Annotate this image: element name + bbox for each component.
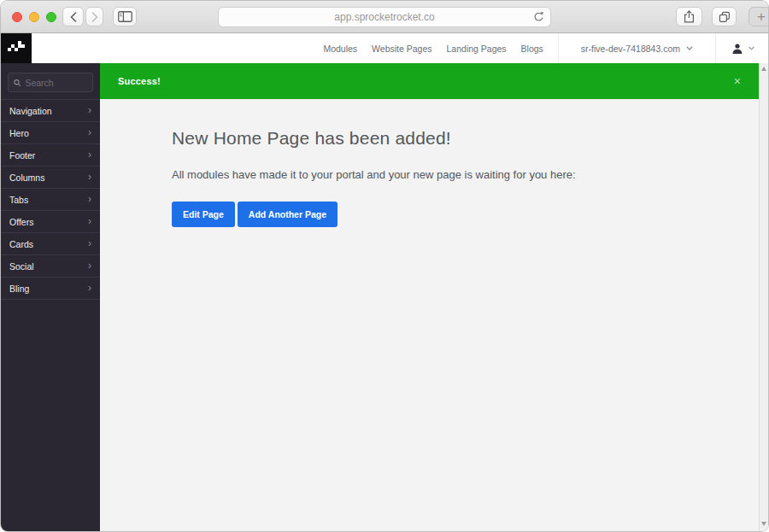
chevron-right-icon: › — [88, 216, 91, 226]
success-banner: Success! × — [100, 63, 759, 99]
main-area: Success! × New Home Page has been added!… — [100, 63, 768, 531]
edit-page-button[interactable]: Edit Page — [172, 202, 235, 227]
nav-link-landing-pages[interactable]: Landing Pages — [447, 44, 507, 54]
chevron-right-icon: › — [88, 172, 91, 182]
share-button[interactable] — [676, 7, 702, 26]
close-icon[interactable]: × — [734, 75, 741, 87]
new-tab-button[interactable]: + — [748, 7, 769, 26]
success-message: Success! — [118, 76, 161, 86]
url-text: app.sprocketrocket.co — [334, 11, 434, 23]
sidebar-item-cards[interactable]: Cards › — [1, 233, 100, 255]
user-icon — [731, 43, 743, 55]
forward-button[interactable] — [85, 7, 103, 26]
chevron-right-icon — [91, 12, 98, 22]
chevron-right-icon: › — [88, 127, 91, 137]
app-topbar: Modules Website Pages Landing Pages Blog… — [1, 33, 768, 63]
sidebar-item-columns[interactable]: Columns › — [1, 167, 100, 189]
module-category-list: Navigation › Hero › Footer › Columns › T… — [1, 99, 100, 300]
logo-pixel-icon — [8, 41, 25, 56]
zoom-window-button[interactable] — [46, 12, 56, 22]
page-content: New Home Page has been added! All module… — [100, 99, 759, 227]
topbar-nav: Modules Website Pages Landing Pages Blog… — [323, 33, 557, 63]
chevron-right-icon: › — [88, 149, 91, 160]
nav-link-blogs[interactable]: Blogs — [521, 44, 543, 54]
share-icon — [684, 10, 695, 23]
close-window-button[interactable] — [12, 12, 22, 22]
sidebar-item-footer[interactable]: Footer › — [1, 144, 100, 167]
sidebar-panel-icon — [118, 11, 132, 22]
sidebar-search[interactable] — [8, 73, 93, 92]
chevron-right-icon: › — [88, 194, 91, 204]
chevron-right-icon: › — [88, 260, 91, 271]
module-sidebar: Navigation › Hero › Footer › Columns › T… — [1, 63, 100, 531]
scroll-up-arrow[interactable] — [761, 67, 766, 71]
traffic-lights — [12, 12, 56, 22]
minimize-window-button[interactable] — [29, 12, 39, 22]
sidebar-item-hero[interactable]: Hero › — [1, 122, 100, 144]
chevron-down-icon — [686, 46, 693, 50]
sidebar-toggle-button[interactable] — [113, 7, 137, 26]
add-another-page-button[interactable]: Add Another Page — [238, 202, 338, 227]
nav-link-modules[interactable]: Modules — [323, 44, 357, 54]
nav-link-website-pages[interactable]: Website Pages — [372, 44, 431, 54]
tabs-icon — [719, 11, 731, 23]
chevron-right-icon: › — [88, 283, 91, 293]
scrollbar[interactable] — [759, 63, 768, 531]
chevron-right-icon: › — [88, 105, 91, 115]
reload-icon[interactable] — [533, 11, 544, 26]
back-button[interactable] — [62, 7, 84, 26]
sprocketrocket-logo[interactable] — [1, 33, 32, 63]
search-input[interactable] — [25, 78, 87, 88]
page-title: New Home Page has been added! — [172, 128, 725, 149]
chevron-right-icon: › — [88, 238, 91, 248]
action-buttons: Edit Page Add Another Page — [172, 202, 725, 227]
page-description: All modules have made it to your portal … — [172, 168, 725, 181]
domain-dropdown[interactable]: sr-five-dev-7418843.com — [558, 33, 716, 63]
browser-chrome: app.sprocketrocket.co + — [1, 1, 768, 33]
sidebar-item-offers[interactable]: Offers › — [1, 211, 100, 233]
show-tabs-button[interactable] — [712, 7, 737, 26]
app-body: Navigation › Hero › Footer › Columns › T… — [1, 63, 768, 531]
sidebar-item-tabs[interactable]: Tabs › — [1, 189, 100, 211]
plus-icon: + — [757, 9, 766, 26]
account-menu[interactable] — [716, 33, 768, 63]
chevron-left-icon — [70, 12, 77, 22]
sidebar-item-bling[interactable]: Bling › — [1, 278, 100, 300]
browser-window: app.sprocketrocket.co + — [0, 0, 769, 532]
scroll-down-arrow[interactable] — [761, 522, 766, 526]
search-icon — [14, 79, 21, 87]
sidebar-item-navigation[interactable]: Navigation › — [1, 100, 100, 122]
chevron-down-icon — [748, 46, 754, 50]
domain-label: sr-five-dev-7418843.com — [581, 44, 680, 54]
sidebar-item-social[interactable]: Social › — [1, 255, 100, 278]
topbar-spacer — [32, 33, 323, 63]
url-field[interactable]: app.sprocketrocket.co — [218, 7, 551, 27]
